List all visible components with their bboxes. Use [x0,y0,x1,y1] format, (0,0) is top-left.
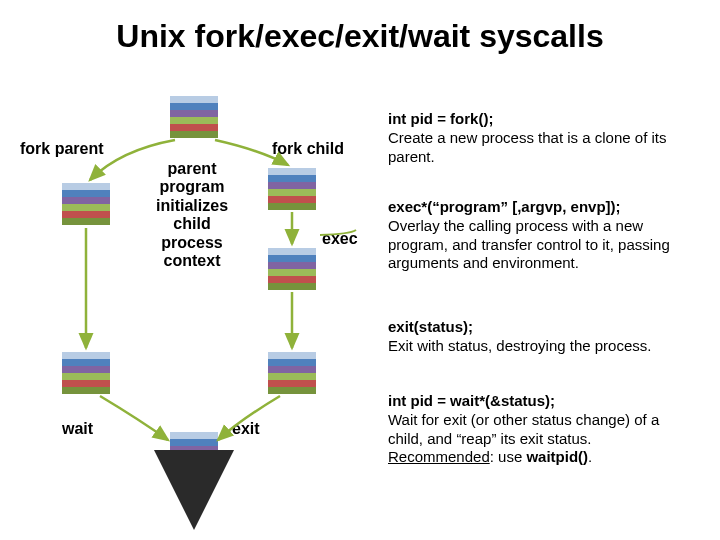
diagram-connectors [0,0,720,540]
